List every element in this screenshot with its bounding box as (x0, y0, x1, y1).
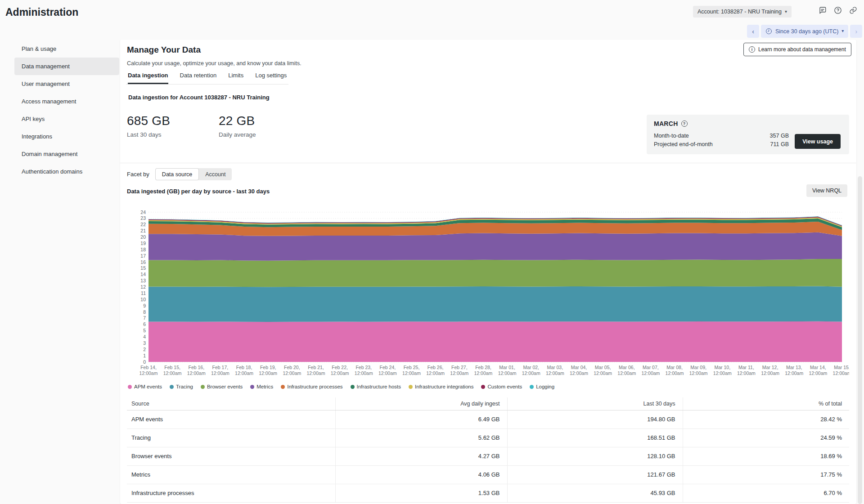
top-icon-bar (818, 6, 858, 15)
learn-more-button[interactable]: i Learn more about data management (743, 43, 851, 56)
stat-daily-average: 22 GB Daily average (219, 114, 256, 138)
svg-text:6: 6 (143, 321, 146, 327)
time-range-prev-button[interactable]: ‹ (747, 25, 759, 38)
legend-item-browser-events[interactable]: Browser events (201, 384, 243, 389)
column-header-source[interactable]: Source (127, 397, 335, 410)
svg-text:Mar 13,12:00am: Mar 13,12:00am (785, 365, 803, 376)
column-header-of-total[interactable]: % of total (683, 397, 849, 410)
source-breakdown-table: SourceAvg daily ingestLast 30 days% of t… (127, 397, 849, 503)
svg-text:20: 20 (140, 234, 146, 240)
legend-item-custom-events[interactable]: Custom events (481, 384, 522, 389)
sidebar-item-access-management[interactable]: Access management (14, 93, 119, 110)
march-summary-panel: MARCH ? Month-to-date 357 GB Projected e… (647, 115, 849, 154)
tab-data-ingestion[interactable]: Data ingestion (128, 68, 168, 84)
feedback-icon[interactable] (818, 6, 827, 15)
time-range-button[interactable]: Since 30 days ago (UTC) ▾ (761, 25, 848, 38)
svg-text:2: 2 (143, 347, 146, 352)
svg-text:Mar 03,12:00am: Mar 03,12:00am (546, 365, 564, 376)
legend-item-metrics[interactable]: Metrics (250, 384, 273, 389)
link-icon[interactable] (849, 6, 858, 15)
sidebar-item-authentication-domains[interactable]: Authentication domains (14, 163, 119, 180)
legend-item-apm-events[interactable]: APM events (128, 384, 162, 389)
svg-text:Feb 15,12:00am: Feb 15,12:00am (163, 365, 182, 376)
svg-text:Mar 10,12:00am: Mar 10,12:00am (713, 365, 732, 376)
svg-text:12: 12 (140, 284, 146, 290)
data-tabs: Data ingestionData retentionLimitsLog se… (126, 68, 288, 85)
legend-item-infrastructure-processes[interactable]: Infrastructure processes (281, 384, 342, 389)
sidebar-item-plan-usage[interactable]: Plan & usage (14, 40, 119, 58)
legend-item-tracing[interactable]: Tracing (170, 384, 193, 389)
clock-icon (765, 28, 772, 35)
svg-text:Mar 15,12:00am: Mar 15,12:00am (833, 365, 849, 376)
svg-text:Mar 06,12:00am: Mar 06,12:00am (617, 365, 636, 376)
area-series-browser-events[interactable] (148, 259, 842, 287)
page-title: Administration (5, 6, 78, 18)
account-switcher[interactable]: Account: 1038287 - NRU Training ▾ (693, 6, 792, 18)
svg-text:Mar 12,12:00am: Mar 12,12:00am (761, 365, 779, 376)
section-divider (120, 163, 856, 163)
svg-text:Mar 01,12:00am: Mar 01,12:00am (498, 365, 517, 376)
area-series-metrics[interactable] (148, 232, 842, 261)
svg-text:Mar 05,12:00am: Mar 05,12:00am (594, 365, 612, 376)
tab-log-settings[interactable]: Log settings (255, 68, 287, 84)
svg-text:Mar 11,12:00am: Mar 11,12:00am (737, 365, 756, 376)
chevron-down-icon: ▾ (842, 28, 844, 33)
tab-data-retention[interactable]: Data retention (180, 68, 217, 84)
vertical-scrollbar[interactable] (858, 176, 862, 504)
legend-dot (409, 385, 413, 389)
svg-text:5: 5 (143, 328, 146, 333)
ingest-area-chart[interactable]: 0123456789101112131415161718192021222324… (127, 207, 849, 380)
svg-text:22: 22 (140, 222, 146, 227)
sidebar-item-user-management[interactable]: User management (14, 75, 119, 93)
area-series-tracing[interactable] (148, 286, 842, 322)
time-picker: ‹ Since 30 days ago (UTC) ▾ › (747, 25, 862, 38)
column-header-avg-daily-ingest[interactable]: Avg daily ingest (335, 397, 507, 410)
sidebar-item-domain-management[interactable]: Domain management (14, 145, 119, 163)
help-icon[interactable]: ? (681, 120, 688, 127)
facet-option-data-source[interactable]: Data source (155, 168, 199, 180)
facet-by-label: Facet by (127, 171, 149, 178)
svg-text:8: 8 (143, 309, 146, 315)
stat-label: Daily average (219, 131, 256, 138)
svg-text:9: 9 (143, 303, 146, 308)
svg-text:Mar 08,12:00am: Mar 08,12:00am (666, 365, 684, 376)
svg-text:Feb 26,12:00am: Feb 26,12:00am (426, 365, 445, 376)
time-range-next-button[interactable]: › (850, 25, 862, 38)
legend-item-infrastructure-hosts[interactable]: Infrastructure hosts (351, 384, 401, 389)
legend-item-infrastructure-integrations[interactable]: Infrastructure integrations (409, 384, 473, 389)
help-icon[interactable] (833, 6, 842, 15)
facet-option-account[interactable]: Account (199, 168, 232, 180)
sidebar-item-api-keys[interactable]: API keys (14, 110, 119, 128)
legend-item-logging[interactable]: Logging (530, 384, 554, 389)
area-series-apm-events[interactable] (148, 321, 842, 362)
svg-text:Feb 18,12:00am: Feb 18,12:00am (235, 365, 253, 376)
tab-limits[interactable]: Limits (228, 68, 243, 84)
legend-dot (281, 385, 285, 389)
stat-label: Last 30 days (127, 131, 170, 138)
sidebar-item-data-management[interactable]: Data management (14, 58, 119, 75)
month-to-date-row: Month-to-date 357 GB (654, 132, 789, 140)
svg-text:Feb 23,12:00am: Feb 23,12:00am (355, 365, 373, 376)
svg-text:Feb 27,12:00am: Feb 27,12:00am (450, 365, 468, 376)
legend-dot (351, 385, 355, 389)
table-row-apm-events: APM events6.49 GB194.80 GB28.42 % (127, 410, 849, 428)
administration-page: Administration Account: 1038287 - NRU Tr… (0, 0, 864, 504)
sidebar-item-integrations[interactable]: Integrations (14, 128, 119, 145)
svg-text:0: 0 (143, 359, 146, 365)
chevron-left-icon: ‹ (752, 28, 754, 35)
account-switcher-label: Account: 1038287 - NRU Training (698, 9, 782, 15)
column-header-last-30-days[interactable]: Last 30 days (507, 397, 683, 410)
svg-text:Feb 25,12:00am: Feb 25,12:00am (402, 365, 421, 376)
view-nrql-button[interactable]: View NRQL (806, 184, 847, 197)
svg-text:Feb 17,12:00am: Feb 17,12:00am (211, 365, 230, 376)
svg-text:4: 4 (143, 334, 146, 339)
facet-segmented-control: Data sourceAccount (155, 168, 232, 180)
svg-text:Mar 04,12:00am: Mar 04,12:00am (570, 365, 588, 376)
svg-text:21: 21 (140, 228, 146, 233)
view-usage-button[interactable]: View usage (795, 134, 841, 149)
chart-legend: APM eventsTracingBrowser eventsMetricsIn… (128, 384, 554, 389)
legend-dot (201, 385, 205, 389)
card-subtitle: Calculate your usage, optimize your usag… (127, 60, 302, 67)
legend-dot (250, 385, 254, 389)
svg-text:24: 24 (140, 210, 146, 215)
